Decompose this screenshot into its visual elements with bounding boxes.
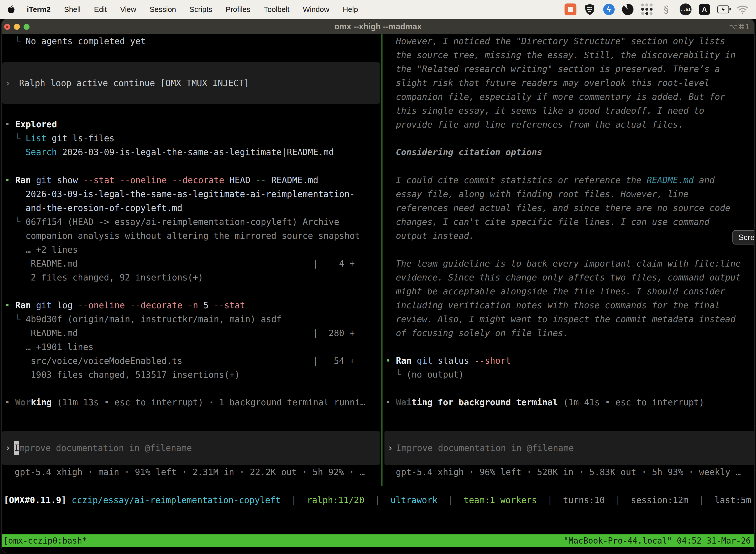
thinking-line: essay file, along with finding root file… — [382, 187, 755, 201]
a-square-icon[interactable]: A — [699, 4, 710, 15]
battery-percent-circle-icon[interactable]: ..61 — [680, 3, 692, 15]
chevron-icon: › — [2, 76, 11, 90]
separator: | — [291, 495, 296, 505]
working-label: Wor — [15, 397, 31, 407]
explored-title: Explored — [15, 119, 57, 129]
ralph-banner-text: Ralph loop active continue [OMX_TMUX_INJ… — [19, 76, 249, 90]
diffstat-summary: 2 files changed, 92 insertions(+) — [31, 273, 203, 282]
omx-last-activity: last:5m ago — [714, 495, 755, 505]
thinking-heading-text: Considering citation options — [382, 145, 755, 159]
squiggle-icon[interactable]: § — [660, 3, 672, 15]
pipe-glyph: | — [313, 354, 318, 368]
thinking-line: references need actual files, and since … — [382, 201, 755, 215]
menu-item-session[interactable]: Session — [149, 5, 176, 14]
diffstat-row: README.md|4+ — [2, 257, 381, 271]
apple-menu-icon[interactable] — [7, 4, 16, 14]
omx-ralph-counter: ralph:11/20 — [307, 495, 364, 505]
cmd-output: companion analysis without altering the … — [25, 231, 360, 241]
thinking-line: review. Also, I might want to inspect th… — [382, 312, 755, 326]
thinking-line: and — [694, 175, 714, 185]
diffstat-file: README.md — [31, 257, 313, 271]
bullet-icon: • — [5, 397, 10, 407]
battery-icon[interactable]: ϟ — [717, 3, 729, 15]
waiting-label: Wai — [396, 397, 412, 407]
menu-item-toolbelt[interactable]: Toolbelt — [264, 5, 290, 14]
thinking-line: The team guideline is to back every impo… — [382, 257, 755, 271]
ralph-inject-banner: › Ralph loop active continue [OMX_TMUX_I… — [2, 62, 380, 104]
window-title: omx --xhigh --madmax — [2, 19, 754, 34]
ran-label: Ran — [396, 356, 412, 366]
ran-label: Ran — [15, 175, 31, 185]
ran-label: Ran — [15, 300, 31, 310]
diffstat-row: README.md|280+ — [2, 326, 381, 340]
menu-item-view[interactable]: View — [120, 5, 136, 14]
omx-status-bar: [OMX#0.11.9] cczip/essay/ai-reimplementa… — [2, 493, 755, 507]
dots-grid-icon[interactable] — [641, 3, 653, 15]
screen-overlay-tooltip: Scre — [733, 230, 755, 244]
omx-team: team:1 workers — [463, 495, 537, 505]
iterm2-window: omx --xhigh --madmax ⌥⌘1 └ No agents com… — [1, 19, 755, 553]
menu-item-edit[interactable]: Edit — [94, 5, 107, 14]
menu-item-window[interactable]: Window — [303, 5, 329, 14]
cmd-output: 067f154 (HEAD -> essay/ai-reimplementati… — [25, 217, 339, 227]
cmd-arg: README.md — [271, 175, 318, 185]
cmd-arg: 5 — [203, 300, 208, 310]
menu-item-scripts[interactable]: Scripts — [189, 5, 212, 14]
tmux-session-window[interactable]: [omx-cczip0:bash* — [3, 535, 87, 547]
wifi-icon[interactable] — [737, 3, 749, 15]
bullet-icon: • — [5, 119, 10, 129]
thinking-paragraph-3: The team guideline is to back every impo… — [382, 257, 755, 340]
bullet-icon: • — [5, 175, 10, 185]
cmd-git: git — [36, 175, 52, 185]
thinking-line: However, I noticed the "Directory Struct… — [382, 34, 755, 48]
menu-item-shell[interactable]: Shell — [64, 5, 81, 14]
cmd-flag: --decorate — [172, 175, 224, 185]
omx-mode: ultrawork — [390, 495, 438, 505]
cmd-sub: show — [57, 175, 78, 185]
cmd-continuation: and-the-erosion-of-copyleft.md — [25, 203, 182, 213]
cmd-flag: -n — [188, 300, 198, 310]
thinking-paragraph-1: However, I noticed the "Directory Struct… — [382, 34, 755, 131]
diffstat-row: src/voice/voiceModeEnabled.ts|54+ — [2, 354, 381, 368]
separator: | — [548, 495, 553, 505]
working-label: king — [31, 397, 52, 407]
bullet-icon: • — [385, 397, 391, 407]
explored-list-arg: git ls-files — [52, 133, 115, 143]
separator: | — [615, 495, 621, 505]
cmd-dashdash: -- — [256, 175, 266, 185]
window-titlebar[interactable]: omx --xhigh --madmax ⌥⌘1 — [2, 19, 754, 34]
explored-section: • Explored └ List git ls-files Search 20… — [2, 117, 381, 159]
shield-keypad-icon[interactable] — [584, 3, 596, 15]
diffstat-count: 4 — [318, 257, 344, 271]
git-status-section: • Ran git status --short └ (no output) — [382, 354, 755, 382]
tmux-host-clock: "MacBook-Pro-44.local" 04:52 31-Mar-26 — [564, 535, 751, 547]
cmd-output: (no output) — [406, 370, 464, 380]
menu-item-help[interactable]: Help — [343, 5, 358, 14]
chat-app-icon[interactable] — [565, 3, 576, 15]
explored-list-verb: List — [25, 133, 46, 143]
pipe-glyph: | — [313, 326, 318, 340]
separator: | — [375, 495, 380, 505]
pie-circle-icon[interactable] — [622, 4, 633, 15]
right-prompt-input[interactable]: › Improve documentation in @filename — [384, 431, 754, 465]
bolt-circle-icon[interactable]: ϟ — [603, 4, 615, 15]
thinking-line: provide file and line references from th… — [382, 118, 755, 131]
pipe-glyph: | — [313, 257, 318, 271]
bottom-separator — [2, 486, 754, 486]
agents-done-text: No agents completed yet — [25, 36, 146, 46]
tree-glyph: └ — [396, 370, 401, 380]
cmd-flag: --stat — [214, 300, 245, 310]
cmd-continuation: 2026-03-09-is-legal-the-same-as-legitima… — [25, 189, 355, 199]
menu-item-iterm2[interactable]: iTerm2 — [27, 5, 51, 14]
menu-item-profiles[interactable]: Profiles — [226, 5, 250, 14]
left-prompt-input[interactable]: › Improve documentation in @filename — [2, 431, 380, 465]
cmd-arg: HEAD — [230, 175, 250, 185]
omx-version: [OMX#0.11.9] — [4, 495, 66, 505]
thinking-line: I could cite commit statistics or refere… — [396, 175, 647, 185]
plus-glyph: + — [350, 354, 355, 368]
prompt-placeholder: mprove documentation in @filename — [19, 443, 192, 453]
thinking-heading: Considering citation options — [382, 145, 755, 159]
agents-summary: └ No agents completed yet — [2, 34, 381, 48]
cmd-flag: --oneline — [78, 300, 125, 310]
omx-session-time: session:12m — [631, 495, 689, 505]
